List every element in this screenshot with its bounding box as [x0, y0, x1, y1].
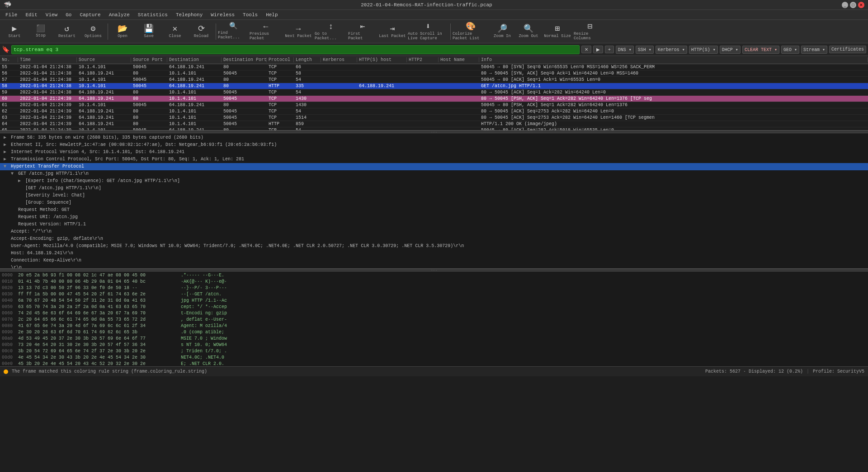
col-len[interactable]: Length	[294, 57, 321, 62]
detail-line[interactable]: Request Method: GET	[0, 206, 868, 214]
menu-telephony[interactable]: Telephony	[172, 11, 206, 19]
filter-input[interactable]	[14, 47, 104, 52]
table-cell: 2022-01-04 21:24:39	[18, 103, 77, 107]
close-button[interactable]: ✕	[858, 2, 864, 8]
detail-line[interactable]: Request Version: HTTP/1.1	[0, 221, 868, 228]
col-no[interactable]: No.	[0, 57, 18, 62]
certificates-dropdown[interactable]: Certificates	[829, 46, 866, 53]
menu-help[interactable]: Help	[262, 11, 281, 19]
find-packet-button[interactable]: 🔍 Find Packet...	[218, 21, 249, 42]
cleartext-dropdown[interactable]: CLEAR TEXT ▾	[742, 46, 779, 54]
table-row[interactable]: 592022-01-04 21:24:3864.188.19.2418010.1…	[0, 89, 868, 96]
prev-packet-button[interactable]: ← Previous Packet	[250, 21, 282, 42]
col-dst[interactable]: Destination	[167, 57, 222, 62]
table-cell: 80	[131, 109, 167, 114]
status-indicator	[4, 369, 8, 374]
menu-tools[interactable]: Tools	[239, 11, 261, 19]
zoomout-button[interactable]: 🔍 Zoom Out	[516, 21, 541, 42]
menu-statistics[interactable]: Statistics	[134, 11, 171, 19]
detail-line[interactable]: ▶ [Expert Info (Chat/Sequence): GET /atc…	[0, 178, 868, 185]
resizecols-button[interactable]: ⊟ Resize Columns	[574, 21, 606, 42]
ssh-dropdown[interactable]: SSH ▾	[636, 46, 654, 54]
table-cell: 2022-01-04 21:24:38	[18, 77, 77, 82]
menu-analyze[interactable]: Analyze	[105, 11, 133, 19]
menu-edit[interactable]: Edit	[22, 11, 41, 19]
detail-line[interactable]: [GET /atcn.jpg HTTP/1.1\r\n]	[0, 185, 868, 192]
detail-line[interactable]: ▶ Frame 58: 335 bytes on wire (2680 bits…	[0, 134, 868, 141]
table-cell: 80 → 50045 [ACK] Seq=2753 Ack=282 Win=64…	[479, 109, 868, 114]
hex-offset: 0050	[2, 304, 18, 310]
zoomin-button[interactable]: 🔎 Zoom In	[490, 21, 515, 42]
col-kerb[interactable]: Kerberos	[321, 57, 357, 62]
detail-line[interactable]: ▼ GET /atcn.jpg HTTP/1.1\r\n	[0, 170, 868, 178]
filter-apply-button[interactable]: ▶	[593, 46, 603, 53]
restart-button[interactable]: ↺ Restart	[54, 21, 80, 42]
table-row[interactable]: 572022-01-04 21:24:3810.1.4.1015004564.1…	[0, 77, 868, 83]
table-row[interactable]: 632022-01-04 21:24:3964.188.19.2418010.1…	[0, 115, 868, 121]
table-cell: 2022-01-04 21:24:39	[18, 122, 77, 126]
detail-line[interactable]: ▶ Internet Protocol Version 4, Src: 10.1…	[0, 149, 868, 156]
options-button[interactable]: ⚙ Options	[80, 21, 106, 42]
table-row[interactable]: 642022-01-04 21:24:3964.188.19.2418010.1…	[0, 121, 868, 127]
https-dropdown[interactable]: HTTP(S) ▾	[689, 46, 718, 54]
menu-wireless[interactable]: Wireless	[207, 11, 238, 19]
next-packet-button[interactable]: → Next Packet	[283, 21, 314, 42]
menu-go[interactable]: Go	[62, 11, 75, 19]
detail-line[interactable]: [Group: Sequence]	[0, 199, 868, 206]
col-sport[interactable]: Source Port	[131, 57, 167, 62]
col-dport[interactable]: Destination Port	[222, 57, 267, 62]
detail-line[interactable]: ▼ Hypertext Transfer Protocol	[0, 163, 868, 170]
stop-button[interactable]: ⬛ Stop	[28, 21, 53, 42]
table-cell: 64.188.19.241	[77, 122, 131, 126]
detail-line[interactable]: ▶ Transmission Control Protocol, Src Por…	[0, 156, 868, 163]
table-row[interactable]: 622022-01-04 21:24:3964.188.19.2418010.1…	[0, 108, 868, 115]
menu-capture[interactable]: Capture	[76, 11, 104, 19]
table-row[interactable]: 582022-01-04 21:24:3810.1.4.1015004564.1…	[0, 83, 868, 89]
menu-file[interactable]: File	[2, 11, 21, 19]
col-host[interactable]: Host Name	[439, 57, 479, 62]
last-packet-button[interactable]: ⇥ Last Packet	[378, 21, 407, 42]
table-row[interactable]: 552022-01-04 21:24:3810.1.4.1015004564.1…	[0, 64, 868, 70]
normalsize-button[interactable]: ⊞ Normal Size	[542, 21, 573, 42]
detail-line[interactable]: User-Agent: Mozilla/4.0 (compatible; MSI…	[0, 243, 868, 250]
filter-bookmark-icon[interactable]: 🔖	[2, 46, 9, 53]
col-http[interactable]: HTTP(S) host	[357, 57, 407, 62]
close-capture-button[interactable]: ✕ Close	[162, 21, 188, 42]
first-packet-button[interactable]: ⇤ First Packet	[348, 21, 377, 42]
table-row[interactable]: 602022-01-04 21:24:3964.188.19.2418010.1…	[0, 96, 868, 102]
goto-packet-button[interactable]: ↕ Go to Packet...	[315, 21, 347, 42]
filter-clear-button[interactable]: ✕	[581, 46, 591, 53]
start-button[interactable]: ▶ Start	[2, 21, 27, 42]
dns-dropdown[interactable]: DNS ▾	[616, 46, 634, 54]
minimize-button[interactable]: _	[842, 2, 848, 8]
kerberos-dropdown[interactable]: Kerberos ▾	[656, 46, 687, 54]
hex-line: 0070 2c 20 64 65 66 6c 61 74 65 0d 0a 55…	[2, 317, 866, 323]
hex-bytes: 63 65 70 74 3a 20 2a 2f 2a 0d 0a 41 63 6…	[18, 304, 181, 310]
open-button[interactable]: 📂 Open	[110, 21, 135, 42]
detail-line[interactable]: Host: 64.188.19.241\r\n	[0, 250, 868, 257]
maximize-button[interactable]: □	[850, 2, 856, 8]
save-button[interactable]: 💾 Save	[136, 21, 161, 42]
menu-view[interactable]: View	[42, 11, 61, 19]
filter-save-button[interactable]: +	[605, 46, 614, 53]
table-row[interactable]: 562022-01-04 21:24:3864.188.19.2418010.1…	[0, 70, 868, 77]
table-row[interactable]: 612022-01-04 21:24:3910.1.4.1015004564.1…	[0, 102, 868, 108]
detail-line[interactable]: Accept-Encoding: gzip, deflate\r\n	[0, 235, 868, 243]
reload-button[interactable]: ⟳ Reload	[189, 21, 214, 42]
col-info[interactable]: Info	[479, 57, 868, 62]
detail-line[interactable]: ▶ Ethernet II, Src: HewlettP_1c:47:ae (0…	[0, 141, 868, 149]
col-proto[interactable]: Protocol	[267, 57, 294, 62]
autoscroll-button[interactable]: ⬇ Auto Scroll in Live Capture	[408, 21, 448, 42]
dhcp-dropdown[interactable]: DHCP ▾	[720, 46, 741, 54]
colorize-button[interactable]: 🎨 Colorize Packet List	[453, 21, 489, 42]
stream-dropdown[interactable]: Stream ▾	[801, 46, 827, 54]
table-cell: TCP	[267, 96, 294, 101]
col-time[interactable]: Time	[18, 57, 77, 62]
detail-line[interactable]: [Severity level: Chat]	[0, 192, 868, 199]
detail-line[interactable]: Accept: */*\r\n	[0, 228, 868, 235]
detail-line[interactable]: Connection: Keep-Alive\r\n	[0, 257, 868, 264]
col-src[interactable]: Source	[77, 57, 131, 62]
detail-line[interactable]: Request URI: /atcn.jpg	[0, 214, 868, 221]
geo-dropdown[interactable]: GEO ▾	[781, 46, 799, 54]
col-http2[interactable]: HTTP2	[407, 57, 439, 62]
